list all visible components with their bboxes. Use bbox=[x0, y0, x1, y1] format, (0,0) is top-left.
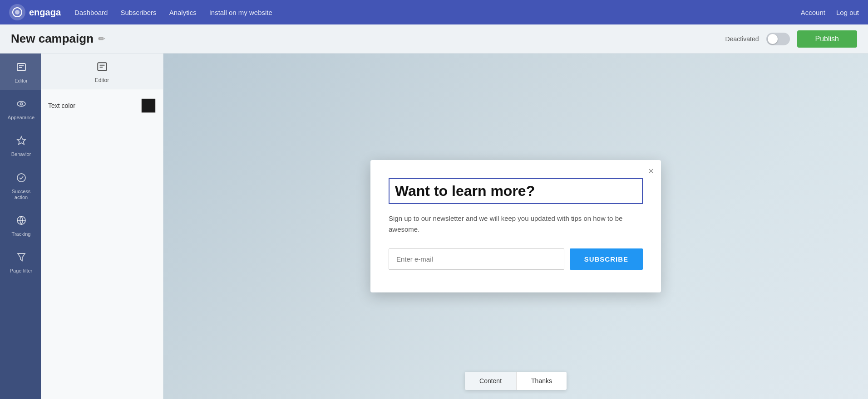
tracking-label: Tracking bbox=[12, 231, 31, 237]
svg-marker-7 bbox=[17, 136, 25, 145]
tab-thanks[interactable]: Thanks bbox=[517, 372, 567, 390]
toggle-thumb bbox=[768, 34, 778, 44]
page-filter-label: Page filter bbox=[10, 268, 33, 274]
appearance-label: Appearance bbox=[8, 115, 35, 121]
logo[interactable]: engaga bbox=[9, 4, 61, 20]
sidebar-item-appearance[interactable]: Appearance bbox=[0, 90, 41, 127]
page-filter-icon bbox=[16, 252, 27, 265]
behavior-icon bbox=[16, 135, 27, 149]
success-action-label: Successaction bbox=[12, 189, 31, 200]
logo-icon bbox=[9, 4, 25, 20]
campaign-title-group: New campaign ✏ bbox=[11, 32, 105, 46]
svg-point-8 bbox=[17, 174, 25, 182]
deactivated-label: Deactivated bbox=[725, 35, 759, 43]
tracking-icon bbox=[16, 215, 27, 229]
svg-marker-11 bbox=[18, 253, 25, 261]
campaign-title-text: New campaign bbox=[11, 32, 94, 46]
editor-icon-small bbox=[96, 61, 108, 75]
preview-area: × Want to learn more? Sign up to our new… bbox=[163, 54, 868, 399]
modal-title[interactable]: Want to learn more? bbox=[389, 178, 643, 204]
nav-subscribers[interactable]: Subscribers bbox=[120, 9, 156, 16]
editor-icon bbox=[16, 62, 27, 75]
behavior-label: Behavior bbox=[11, 151, 31, 157]
subscribe-button[interactable]: SUBSCRIBE bbox=[570, 248, 643, 270]
sidebar-item-page-filter[interactable]: Page filter bbox=[0, 243, 41, 280]
campaign-modal: × Want to learn more? Sign up to our new… bbox=[370, 160, 661, 292]
editor-panel: Editor Text color bbox=[41, 54, 163, 399]
editor-section-header[interactable]: Editor bbox=[41, 54, 163, 89]
editor-content: Text color bbox=[41, 89, 163, 122]
top-navigation: engaga Dashboard Subscribers Analytics I… bbox=[0, 0, 868, 24]
svg-point-1 bbox=[15, 10, 20, 15]
nav-install[interactable]: Install on my website bbox=[209, 9, 272, 16]
sidebar-item-editor[interactable]: Editor bbox=[0, 54, 41, 90]
bottom-tabs: Content Thanks bbox=[465, 372, 567, 390]
modal-close-button[interactable]: × bbox=[648, 166, 654, 175]
modal-description: Sign up to our newsletter and we will ke… bbox=[389, 213, 643, 235]
header-right: Deactivated Publish bbox=[725, 30, 857, 48]
svg-rect-2 bbox=[17, 63, 25, 71]
email-input[interactable] bbox=[389, 248, 564, 270]
appearance-icon bbox=[16, 98, 27, 112]
nav-links: Dashboard Subscribers Analytics Install … bbox=[74, 9, 801, 16]
nav-logout[interactable]: Log out bbox=[836, 9, 859, 16]
tab-content[interactable]: Content bbox=[465, 372, 516, 390]
header-bar: New campaign ✏ Deactivated Publish bbox=[0, 24, 868, 54]
svg-rect-12 bbox=[98, 63, 107, 70]
publish-button[interactable]: Publish bbox=[797, 30, 857, 48]
sidebar-icons: Editor Appearance Behavior bbox=[0, 54, 41, 399]
nav-dashboard[interactable]: Dashboard bbox=[74, 9, 108, 16]
editor-label: Editor bbox=[15, 78, 28, 84]
text-color-swatch[interactable] bbox=[141, 98, 156, 113]
activate-toggle[interactable] bbox=[766, 33, 790, 45]
main-layout: Editor Appearance Behavior bbox=[0, 54, 868, 399]
edit-icon[interactable]: ✏ bbox=[98, 34, 105, 44]
nav-right: Account Log out bbox=[801, 9, 859, 16]
toggle-track[interactable] bbox=[766, 33, 790, 45]
logo-text: engaga bbox=[29, 7, 61, 18]
sidebar-item-tracking[interactable]: Tracking bbox=[0, 207, 41, 243]
nav-account[interactable]: Account bbox=[801, 9, 825, 16]
sidebar-item-success-action[interactable]: Successaction bbox=[0, 164, 41, 207]
modal-form: SUBSCRIBE bbox=[389, 248, 643, 270]
text-color-row: Text color bbox=[48, 98, 156, 113]
svg-point-6 bbox=[20, 103, 22, 105]
svg-point-5 bbox=[17, 102, 25, 107]
text-color-label: Text color bbox=[48, 102, 75, 109]
editor-top-label: Editor bbox=[95, 77, 109, 83]
nav-analytics[interactable]: Analytics bbox=[169, 9, 197, 16]
success-action-icon bbox=[16, 172, 27, 186]
sidebar-item-behavior[interactable]: Behavior bbox=[0, 127, 41, 164]
